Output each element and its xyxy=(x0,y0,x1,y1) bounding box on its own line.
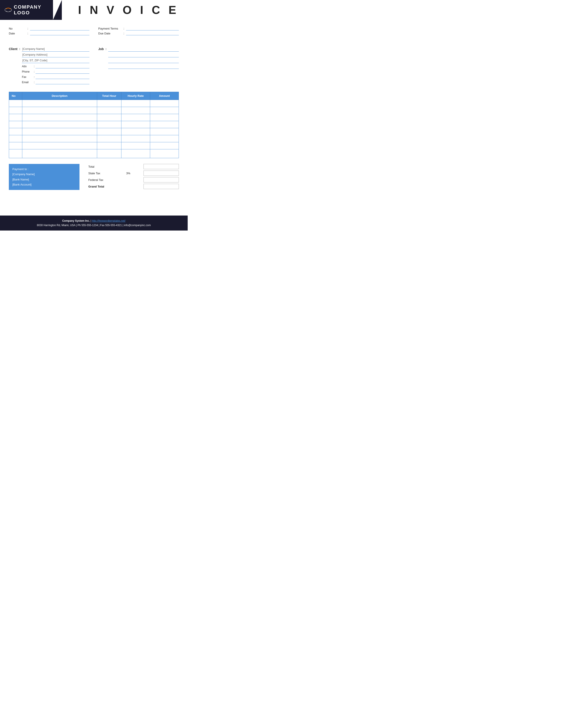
state-tax-value-box[interactable] xyxy=(143,171,179,176)
bottom-footer: Company System Inc. | http://freewordtem… xyxy=(0,216,188,231)
page-header: COMPANY LOGO I N V O I C E xyxy=(0,0,188,20)
state-tax-row: State Tax 3% xyxy=(88,171,179,176)
table-row xyxy=(9,149,179,158)
invoice-table: No Description Total Hour Hourly Rate Am… xyxy=(9,92,179,158)
state-tax-percent: 3% xyxy=(126,172,130,175)
payment-terms-line[interactable] xyxy=(126,26,179,30)
state-tax-label: State Tax xyxy=(88,172,115,175)
form-row-2: Date : Due Date : xyxy=(9,31,179,35)
payment-block: Payment to : [Company Name] [Bank Name] … xyxy=(9,164,79,190)
table-section: No Description Total Hour Hourly Rate Am… xyxy=(0,90,188,160)
table-row xyxy=(9,100,179,107)
invoice-title: I N V O I C E xyxy=(78,3,179,17)
table-row xyxy=(9,142,179,149)
total-row: Total xyxy=(88,164,179,169)
col-header-amount: Amount xyxy=(150,92,179,100)
logo-icon xyxy=(4,6,12,14)
table-header-row: No Description Total Hour Hourly Rate Am… xyxy=(9,92,179,100)
federal-tax-row: Federal Tax xyxy=(88,177,179,182)
payment-company: [Company Name] xyxy=(12,172,76,177)
logo-section: COMPANY LOGO xyxy=(0,0,62,20)
grand-total-value-box[interactable] xyxy=(143,184,179,189)
job-block: Job : xyxy=(98,47,179,85)
federal-tax-value-box[interactable] xyxy=(143,177,179,182)
payment-terms-field: Payment Terms : xyxy=(98,26,179,30)
total-label: Total xyxy=(88,165,115,168)
due-date-line[interactable] xyxy=(126,31,179,35)
company-name-line[interactable]: [Company Name] xyxy=(22,47,89,52)
job-line-2[interactable] xyxy=(108,53,179,57)
svg-point-0 xyxy=(5,8,12,12)
form-row-1: No : Payment Terms : xyxy=(9,26,179,30)
job-line-4[interactable] xyxy=(108,64,179,69)
email-label: Email xyxy=(22,81,33,84)
client-block: Client : [Company Name] [Company Address… xyxy=(9,47,89,85)
attn-row: Attn : xyxy=(22,64,89,68)
city-zip-line[interactable]: [City, ST, ZIP Code] xyxy=(22,59,89,63)
totals-block: Total State Tax 3% Federal Tax Grand Tot… xyxy=(88,164,179,189)
phone-row: Phone : xyxy=(22,70,89,74)
col-header-hours: Total Hour xyxy=(97,92,121,100)
client-fields: [Company Name] [Company Address] [City, … xyxy=(22,47,89,84)
table-row xyxy=(9,107,179,114)
footer-company: Company System Inc. xyxy=(62,219,90,222)
date-field: Date : xyxy=(9,31,89,35)
col-header-no: No xyxy=(9,92,22,100)
job-line-1[interactable] xyxy=(108,47,179,52)
payment-bank: [Bank Name] xyxy=(12,177,76,182)
payment-label: Payment to : xyxy=(12,167,76,172)
footer-line-1: Company System Inc. | http://freewordtem… xyxy=(9,219,179,223)
table-row xyxy=(9,135,179,142)
email-row: Email : xyxy=(22,80,89,84)
logo-text: COMPANY LOGO xyxy=(4,4,57,16)
client-header: Client : [Company Name] [Company Address… xyxy=(9,47,89,84)
job-label: Job xyxy=(98,47,104,51)
attn-line[interactable] xyxy=(36,64,89,68)
date-label: Date xyxy=(9,32,26,35)
phone-line[interactable] xyxy=(36,70,89,74)
total-value-box[interactable] xyxy=(143,164,179,169)
attn-label: Attn xyxy=(22,65,33,68)
email-line[interactable] xyxy=(36,80,89,84)
form-section: No : Payment Terms : Date : Due Date : xyxy=(0,20,188,38)
job-header: Job : xyxy=(98,47,179,69)
table-row xyxy=(9,128,179,135)
job-line-3[interactable] xyxy=(108,59,179,63)
no-field: No : xyxy=(9,26,89,30)
job-fields xyxy=(108,47,179,69)
payment-account: [Bank Account] xyxy=(12,182,76,187)
table-row xyxy=(9,114,179,121)
due-date-field: Due Date : xyxy=(98,31,179,35)
no-line[interactable] xyxy=(30,26,89,30)
no-label: No xyxy=(9,27,26,30)
client-label: Client xyxy=(9,47,17,51)
due-date-label: Due Date xyxy=(98,32,122,35)
company-address-line[interactable]: [Company Address] xyxy=(22,53,89,57)
federal-tax-label: Federal Tax xyxy=(88,178,115,182)
payment-terms-label: Payment Terms xyxy=(98,27,122,30)
footer-section: Payment to : [Company Name] [Bank Name] … xyxy=(0,160,188,193)
fax-label: Fax xyxy=(22,75,33,79)
invoice-title-section: I N V O I C E xyxy=(62,0,188,20)
col-header-rate: Hourly Rate xyxy=(121,92,150,100)
client-job-section: Client : [Company Name] [Company Address… xyxy=(0,43,188,90)
footer-website[interactable]: http://freewordtemplates.net/ xyxy=(92,219,125,222)
fax-row: Fax : xyxy=(22,75,89,79)
phone-label: Phone xyxy=(22,70,33,73)
table-row xyxy=(9,121,179,128)
fax-line[interactable] xyxy=(36,75,89,79)
footer-line-2: 8030 Harrington Rd, Miami, USA | Ph 555-… xyxy=(9,223,179,227)
grand-total-row: Grand Total xyxy=(88,184,179,189)
grand-total-label: Grand Total xyxy=(88,185,115,188)
col-header-desc: Description xyxy=(22,92,97,100)
date-line[interactable] xyxy=(30,31,89,35)
